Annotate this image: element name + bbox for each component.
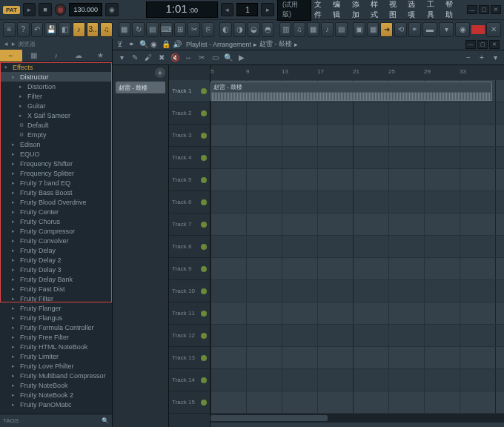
pl-paint-icon[interactable]: 🖌 [142, 52, 154, 64]
browser-tab-all[interactable]: ▦ [22, 50, 44, 62]
grid-row[interactable] [210, 191, 504, 214]
grid-row[interactable]: 赵雷 - 鼓楼 [210, 80, 504, 102]
tool-overdub-icon[interactable]: ▦ [119, 22, 131, 37]
language-flag-icon[interactable] [471, 25, 485, 34]
tool-chop-icon[interactable]: ✂ [188, 22, 200, 37]
tool-step-icon[interactable]: ▤ [146, 22, 159, 37]
tool-metronome-icon[interactable]: ♪ [73, 22, 85, 37]
tool-plugin-icon[interactable]: ▣ [353, 22, 365, 37]
pattern-prev-icon[interactable]: ◂ [221, 3, 234, 16]
track-mute-button[interactable] [201, 199, 207, 205]
grid-row[interactable] [210, 347, 504, 369]
tree-item[interactable]: ▸Fruity 7 band EQ [0, 178, 112, 188]
browser-tab-fav[interactable]: ★ [90, 50, 112, 62]
view-pianoroll-icon[interactable]: ♫ [293, 22, 305, 37]
tool-dropdown-icon[interactable]: ▾ [439, 22, 454, 37]
tree-item[interactable]: ▸Fruity Convolver [0, 236, 112, 245]
tree-item[interactable]: ⚙Empty [0, 130, 112, 139]
pl-dropdown-icon[interactable]: ▾ [489, 52, 501, 64]
track-header[interactable]: Track 5 [169, 169, 210, 191]
pl-close-button[interactable]: ✕ [489, 40, 500, 49]
menu-patterns[interactable]: 样式 [371, 0, 385, 20]
menu-file[interactable]: 文件 [314, 0, 328, 20]
track-header[interactable]: Track 2 [169, 102, 210, 125]
grid-row[interactable] [210, 325, 504, 347]
tool-close-panels-icon[interactable]: ✕ [486, 22, 501, 37]
pl-slice-icon[interactable]: ✂ [196, 52, 208, 64]
tool-cpu-icon[interactable]: ▬ [422, 22, 437, 37]
track-mute-button[interactable] [201, 222, 207, 228]
pl-maximize-button[interactable]: ▢ [477, 40, 488, 49]
tree-item[interactable]: ▸Fruity Flangus [0, 313, 112, 322]
tempo-display[interactable]: 130.000 [69, 3, 102, 16]
tree-item[interactable]: ⚙Default [0, 120, 112, 130]
metronome-icon[interactable]: ◉ [105, 3, 119, 16]
view-mixer-icon[interactable]: ♪ [321, 22, 334, 37]
tree-item[interactable]: ▸Fruity Free Filter [0, 332, 112, 342]
pl-zoom-icon[interactable]: 🔍 [222, 52, 234, 64]
track-header[interactable]: Track 9 [169, 258, 210, 280]
tree-item[interactable]: ▸Fruity Formula Controller [0, 322, 112, 332]
tree-item[interactable]: ▸Fruity Compressor [0, 226, 112, 236]
track-mute-button[interactable] [201, 155, 207, 161]
tree-item[interactable]: ▸Frequency Splitter [0, 168, 112, 178]
tags-label[interactable]: TAGS [3, 417, 19, 424]
tool-d-icon[interactable]: ◓ [262, 22, 274, 37]
view-channelrack-icon[interactable]: ▦ [307, 22, 319, 37]
tree-item[interactable]: ▸Fruity Chorus [0, 216, 112, 226]
tool-menu-icon[interactable]: ≡ [3, 22, 16, 37]
pl-minimize-button[interactable]: — [465, 40, 476, 49]
tree-item[interactable]: ▸X Saif Sameer [0, 110, 112, 120]
browser-tab-back[interactable]: ← [0, 50, 22, 62]
grid-row[interactable] [210, 125, 504, 147]
grid-row[interactable] [210, 280, 504, 302]
pl-play-icon[interactable]: ▶ [236, 52, 248, 64]
pl-zoomin-icon[interactable]: + [476, 52, 488, 64]
tree-item[interactable]: ▸Fruity HTML NoteBook [0, 342, 112, 351]
tree-item[interactable]: ▸Fruity PanOMatic [0, 400, 112, 409]
pattern-next-icon[interactable]: ▸ [261, 3, 274, 16]
browser-tree[interactable]: ▾ Effects ▸Distructor▸Distortion▸Filter▸… [0, 62, 112, 414]
track-header[interactable]: Track 1 [169, 80, 210, 102]
tool-chain-icon[interactable]: ⚭ [408, 22, 421, 37]
browser-tab-current[interactable]: ♪ [44, 50, 67, 62]
time-display[interactable]: 1:01 :00 [146, 1, 218, 18]
grid-row[interactable] [210, 391, 504, 414]
track-mute-button[interactable] [201, 244, 207, 250]
minimize-button[interactable]: — [467, 5, 477, 14]
grid-row[interactable] [210, 214, 504, 236]
track-header[interactable]: Track 13 [169, 347, 210, 369]
tree-item[interactable]: ▸Fruity NoteBook 2 [0, 390, 112, 400]
add-pattern-button[interactable]: + [155, 67, 165, 78]
record-button[interactable] [55, 4, 67, 16]
tree-item[interactable]: ▸Fruity Blood Overdrive [0, 197, 112, 207]
track-mute-button[interactable] [201, 311, 207, 317]
tool-help-icon[interactable]: ? [17, 22, 30, 37]
tool-picker-icon[interactable]: ▦ [367, 22, 379, 37]
browser-search-icon[interactable]: 🔍 [102, 417, 109, 424]
track-header[interactable]: Track 15 [169, 391, 210, 414]
menu-add[interactable]: 添加 [352, 0, 366, 20]
tree-item[interactable]: ▸Fruity NoteBook [0, 380, 112, 390]
close-button[interactable]: ✕ [491, 5, 501, 14]
pl-search-icon[interactable]: 🔍 [139, 40, 148, 48]
tool-render-icon[interactable]: ◧ [59, 22, 71, 37]
pl-mute-icon[interactable]: 🔇 [169, 52, 181, 64]
tool-save-icon[interactable]: 💾 [44, 22, 57, 37]
track-mute-button[interactable] [201, 110, 207, 116]
grid-row[interactable] [210, 169, 504, 191]
pattern-clip[interactable]: 赵雷 - 鼓楼 [116, 82, 165, 93]
tree-item[interactable]: ▸Fruity Fast Dist [0, 284, 112, 294]
view-browser-icon[interactable]: ▤ [335, 22, 348, 37]
audio-clip[interactable]: 赵雷 - 鼓楼 [210, 82, 492, 101]
track-header[interactable]: Track 4 [169, 147, 210, 169]
track-mute-button[interactable] [201, 377, 207, 383]
tree-item[interactable]: ▸EQUO [0, 149, 112, 159]
track-mute-button[interactable] [201, 133, 207, 139]
tool-c-icon[interactable]: ◒ [248, 22, 260, 37]
tool-a-icon[interactable]: ◐ [219, 22, 232, 37]
tree-item[interactable]: ▸Fruity Love Philter [0, 361, 112, 371]
track-mute-button[interactable] [201, 333, 207, 339]
track-mute-button[interactable] [201, 88, 207, 94]
track-mute-button[interactable] [201, 177, 207, 183]
